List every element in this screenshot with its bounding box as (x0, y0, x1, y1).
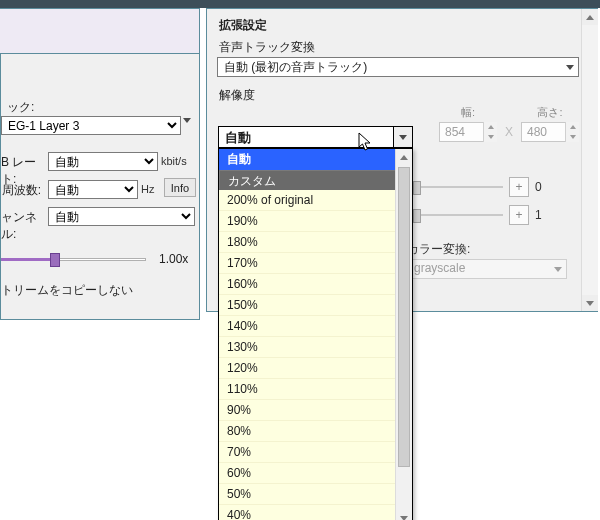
resolution-option[interactable]: 170% (219, 253, 396, 274)
width-label: 幅: (439, 105, 497, 120)
resolution-option[interactable]: 40% (219, 505, 396, 520)
frequency-label: 周波数: (2, 182, 41, 199)
scroll-up-button[interactable] (396, 149, 412, 165)
frequency-unit: Hz (141, 183, 154, 195)
resolution-option[interactable]: 130% (219, 337, 396, 358)
spin-up-icon (488, 125, 494, 129)
left-accent-band (0, 8, 200, 54)
copy-stream-label: トリームをコピーしない (1, 282, 133, 299)
dimension-multiply: X (505, 125, 513, 139)
width-spinner[interactable] (483, 122, 497, 142)
chevron-down-icon (400, 516, 408, 521)
chevron-down-icon (183, 118, 191, 123)
resolution-option[interactable]: カスタム (219, 170, 396, 190)
slider-fill (1, 258, 55, 261)
scroll-track[interactable] (582, 25, 598, 295)
bitrate-unit: kbit/s (161, 155, 187, 167)
scroll-down-button[interactable] (582, 295, 598, 311)
resolution-label: 解像度 (219, 87, 255, 104)
tempo-value: 1.00x (159, 252, 188, 266)
channel-select[interactable]: 自動 (48, 207, 195, 226)
slider-thumb[interactable] (413, 209, 421, 223)
spin-down-icon (570, 135, 576, 139)
chevron-down-icon (554, 267, 562, 272)
resolution-option[interactable]: 80% (219, 421, 396, 442)
resolution-selected: 自動 (219, 127, 393, 147)
codec-label: ック: (7, 99, 34, 116)
resolution-option[interactable]: 90% (219, 400, 396, 421)
param-slider-a[interactable] (413, 178, 503, 196)
chevron-down-icon (399, 135, 407, 140)
window-titlebar-strip (0, 0, 600, 8)
slider-b-value: 1 (535, 208, 549, 222)
resolution-option[interactable]: 120% (219, 358, 396, 379)
height-label: 高さ: (521, 105, 579, 120)
height-spinner[interactable] (565, 122, 579, 142)
resolution-dropdown[interactable]: 自動カスタム200% of original190%180%170%160%15… (218, 148, 413, 520)
spin-up-icon (570, 125, 576, 129)
codec-select[interactable]: EG-1 Layer 3 (1, 116, 181, 135)
resolution-option[interactable]: 180% (219, 232, 396, 253)
chevron-down-icon (566, 65, 574, 70)
left-panel: ック: EG-1 Layer 3 B レート: 自動 kbit/s 周波数: 自… (0, 54, 200, 320)
chevron-up-icon (400, 155, 408, 160)
param-slider-b[interactable] (413, 206, 503, 224)
bitrate-select[interactable]: 自動 (48, 152, 158, 171)
scroll-up-button[interactable] (582, 9, 598, 25)
increment-button[interactable]: + (509, 205, 529, 225)
resolution-option[interactable]: 160% (219, 274, 396, 295)
slider-a-value: 0 (535, 180, 549, 194)
resolution-option[interactable]: 50% (219, 484, 396, 505)
color-convert-label: カラー変換: (407, 241, 470, 258)
increment-button[interactable]: + (509, 177, 529, 197)
resolution-option[interactable]: 自動 (219, 149, 396, 170)
chevron-up-icon (586, 15, 594, 20)
info-button[interactable]: Info (164, 178, 196, 197)
resolution-option[interactable]: 190% (219, 211, 396, 232)
slider-thumb[interactable] (50, 253, 60, 267)
dropdown-scrollbar[interactable] (395, 149, 412, 520)
slider-track (413, 186, 503, 188)
resolution-select-button[interactable] (393, 127, 412, 147)
advanced-settings-title: 拡張設定 (219, 17, 267, 34)
resolution-option[interactable]: 70% (219, 442, 396, 463)
resolution-option[interactable]: 140% (219, 316, 396, 337)
audio-track-value: 自動 (最初の音声トラック) (224, 59, 367, 76)
slider-track (413, 214, 503, 216)
scroll-down-button[interactable] (396, 510, 412, 520)
spin-down-icon (488, 135, 494, 139)
slider-thumb[interactable] (413, 181, 421, 195)
color-convert-select[interactable]: grayscale (407, 259, 567, 279)
scroll-thumb[interactable] (398, 167, 410, 467)
frequency-select[interactable]: 自動 (48, 180, 138, 199)
tempo-slider[interactable] (1, 249, 146, 269)
channel-label: ャンネル: (1, 209, 41, 243)
resolution-select[interactable]: 自動 (218, 126, 413, 148)
color-convert-value: grayscale (414, 261, 465, 275)
resolution-option[interactable]: 110% (219, 379, 396, 400)
resolution-option[interactable]: 200% of original (219, 190, 396, 211)
resolution-option[interactable]: 150% (219, 295, 396, 316)
resolution-option[interactable]: 60% (219, 463, 396, 484)
panel-scrollbar[interactable] (581, 9, 598, 311)
audio-track-label: 音声トラック変換 (219, 39, 315, 56)
chevron-down-icon (586, 301, 594, 306)
audio-track-select[interactable]: 自動 (最初の音声トラック) (217, 57, 579, 77)
